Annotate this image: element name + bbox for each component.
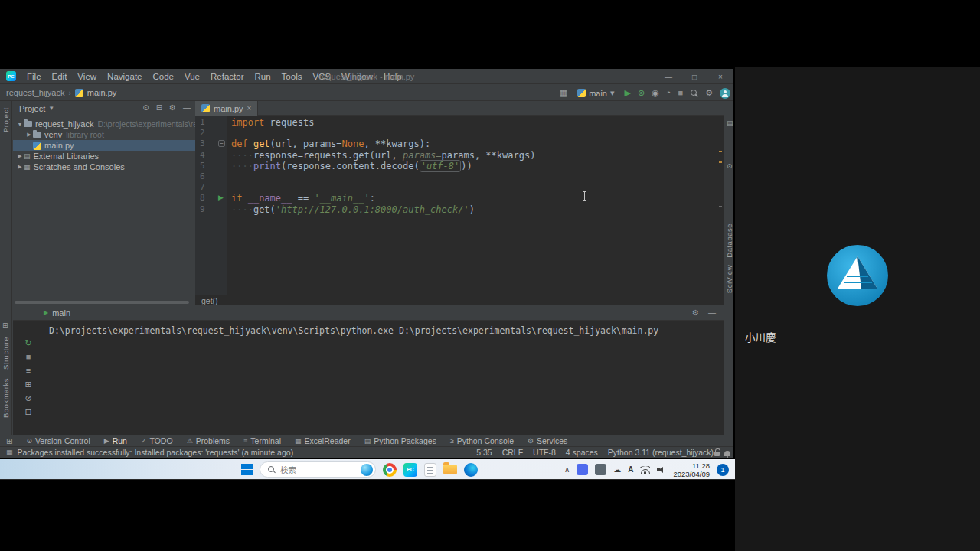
menu-refactor[interactable]: Refactor (206, 70, 248, 83)
pin-icon[interactable]: ⊞ (24, 380, 31, 389)
maximize-button[interactable]: □ (681, 69, 707, 84)
menu-file[interactable]: File (22, 70, 46, 83)
status-widget-2[interactable]: UTF-8 (533, 448, 556, 457)
project-panel-title[interactable]: Project (19, 104, 45, 113)
close-button[interactable]: × (707, 69, 733, 84)
menu-edit[interactable]: Edit (47, 70, 72, 83)
run-tab-main[interactable]: ▶ main (44, 308, 70, 318)
user-avatar[interactable] (720, 88, 730, 99)
taskbar-clock[interactable]: 11:28 2023/04/09 (673, 461, 710, 478)
code-line-6[interactable] (231, 171, 724, 182)
toolwindow-button-problems[interactable]: ⚠Problems (187, 436, 230, 445)
menu-vcs[interactable]: VCS (308, 70, 335, 83)
tool-window-layout-icon[interactable]: ▦ (560, 89, 567, 97)
code-line-5[interactable]: ····print(response.content.decode('utf-8… (231, 161, 724, 171)
start-button-icon[interactable] (241, 464, 253, 475)
chevron-right-icon[interactable]: ▶ (16, 153, 24, 159)
menu-code[interactable]: Code (148, 70, 178, 83)
notifications-bell-icon[interactable] (724, 451, 730, 456)
menu-navigate[interactable]: Navigate (103, 70, 146, 83)
tree-item-scratches-and-consoles[interactable]: ▶▦Scratches and Consoles (13, 161, 195, 172)
toolwindow-button-excelreader[interactable]: ▦ExcelReader (295, 436, 351, 445)
sidebar-stripe-bookmarks[interactable]: Bookmarks (2, 378, 10, 418)
chevron-down-icon[interactable]: ▼ (16, 122, 24, 127)
locate-file-icon[interactable]: ⊙ (142, 103, 149, 112)
menu-view[interactable]: View (73, 70, 101, 83)
debug-button[interactable]: ⊚ (638, 89, 645, 97)
notifications-icon[interactable]: ▤ (727, 119, 733, 127)
menu-vue[interactable]: Vue (180, 70, 204, 83)
hide-panel-icon[interactable]: — (708, 308, 716, 317)
editor-breadcrumb[interactable]: get() (195, 295, 724, 305)
code-line-8[interactable]: if __name__ == '__main__': (231, 193, 724, 204)
menu-window[interactable]: Window (337, 70, 377, 83)
run-gutter-icon[interactable]: ▶ (218, 194, 224, 201)
search-everywhere-button[interactable] (690, 89, 698, 97)
toolwindow-button-python-console[interactable]: ≥Python Console (450, 436, 514, 445)
collapse-icon[interactable]: ⊟ (24, 408, 31, 416)
ime-indicator[interactable]: A (628, 465, 633, 474)
settings-icon[interactable]: ⚙ (692, 308, 699, 317)
toolwindow-button-python-packages[interactable]: ▤Python Packages (364, 436, 436, 445)
sidebar-stripe-project[interactable]: Project (2, 107, 10, 132)
collapse-all-icon[interactable]: ⊟ (156, 103, 162, 112)
gradle-icon[interactable]: ⊙ (727, 162, 733, 170)
stripe-sciview[interactable]: SciView (725, 265, 733, 293)
breadcrumb-project[interactable]: request_hijyack (6, 88, 64, 97)
search-highlights-icon[interactable] (361, 464, 373, 476)
toolwindow-button-todo[interactable]: ✓TODO (141, 436, 173, 445)
toolwindow-button-terminal[interactable]: ≡Terminal (243, 436, 281, 445)
tray-chevron-up-icon[interactable]: ∧ (564, 465, 570, 474)
edge-icon[interactable] (464, 463, 478, 477)
restore-layout-icon[interactable]: ≡ (26, 367, 31, 375)
tree-item-venv[interactable]: ▶venvlibrary root (13, 129, 195, 140)
teams-icon[interactable] (577, 464, 588, 475)
profiler-button[interactable]: ◔ (666, 89, 671, 97)
stop-button[interactable]: ■ (678, 89, 683, 97)
code-line-1[interactable]: import requests (231, 117, 724, 128)
coverage-button[interactable]: ◉ (652, 89, 659, 97)
commit-icon[interactable]: ⊞ (2, 321, 8, 329)
close-tab-icon[interactable]: × (247, 104, 252, 112)
search-input[interactable] (280, 465, 356, 474)
settings-button[interactable]: ⚙ (705, 89, 713, 97)
settings-icon[interactable]: ⚙ (169, 103, 176, 112)
wifi-icon[interactable] (640, 466, 650, 474)
tray-app-icon[interactable] (595, 464, 606, 475)
code-line-2[interactable] (231, 128, 724, 139)
editor-tab-main-py[interactable]: main.py × (195, 101, 258, 116)
lock-icon[interactable] (714, 452, 720, 456)
file-explorer-icon[interactable] (443, 465, 457, 474)
code-line-4[interactable]: ····response=requests.get(url, params=pa… (231, 150, 724, 161)
menu-run[interactable]: Run (250, 70, 275, 83)
code-editor[interactable]: 123456789 − ▶ import requestsdef get(url… (195, 116, 724, 295)
rerun-icon[interactable]: ↻ (24, 339, 31, 347)
status-widget-4[interactable]: Python 3.11 (request_hijyack) (608, 448, 714, 457)
chevron-right-icon[interactable]: ▶ (16, 164, 24, 170)
toolwindow-button-run[interactable]: ▶Run (104, 436, 127, 445)
menu-tools[interactable]: Tools (277, 70, 307, 83)
console-output[interactable]: D:\projects\experimentals\request_hijyac… (49, 325, 720, 336)
stop-icon[interactable]: ■ (26, 353, 31, 361)
volume-icon[interactable] (657, 466, 666, 474)
status-widget-3[interactable]: 4 spaces (566, 448, 598, 457)
sidebar-stripe-structure[interactable]: Structure (2, 337, 10, 370)
onedrive-cloud-icon[interactable]: ☁ (613, 465, 621, 474)
code-line-7[interactable] (231, 182, 724, 193)
run-config-selector[interactable]: main▾ (574, 88, 617, 99)
fold-marker-icon[interactable]: − (218, 140, 225, 147)
code-line-9[interactable]: ····get('http://127.0.0.1:8000/auth_chec… (231, 204, 724, 215)
status-widget-1[interactable]: CRLF (502, 448, 523, 457)
tree-item-external-libraries[interactable]: ▶▤External Libraries (13, 151, 195, 161)
notification-badge[interactable]: 1 (717, 464, 729, 476)
code-line-3[interactable]: def get(url, params=None, **kwargs): (231, 139, 724, 149)
tool-windows-grid-icon[interactable]: ⊞ (6, 437, 12, 445)
pycharm-taskbar-icon[interactable]: PC (403, 463, 417, 477)
chrome-icon[interactable] (383, 463, 397, 477)
tree-item-main-py[interactable]: main.py (13, 140, 195, 151)
taskbar-search[interactable] (260, 461, 376, 478)
run-button[interactable]: ▶ (625, 89, 631, 97)
hide-panel-icon[interactable]: — (183, 103, 191, 112)
minimize-button[interactable]: — (655, 69, 681, 84)
chevron-right-icon[interactable]: ▶ (25, 132, 33, 138)
